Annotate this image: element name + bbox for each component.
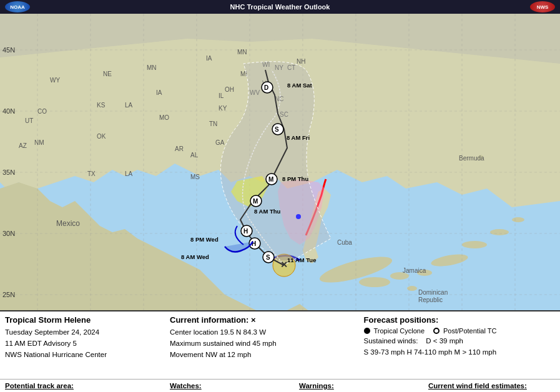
svg-text:35N: 35N: [2, 169, 15, 176]
svg-text:8 AM Sat: 8 AM Sat: [287, 82, 313, 89]
svg-text:Mexico: Mexico: [56, 219, 80, 228]
svg-text:8 AM Wed: 8 AM Wed: [181, 253, 209, 260]
nws-logo: NWS: [530, 1, 555, 12]
potential-label: Post/Potential TC: [443, 327, 496, 335]
warnings-title: Warnings:: [299, 382, 426, 390]
svg-text:Jamaica: Jamaica: [403, 267, 426, 274]
svg-text:30N: 30N: [2, 230, 15, 237]
forecast-col: Forecast positions: Tropical Cyclone Pos…: [364, 315, 556, 376]
svg-text:MO: MO: [159, 114, 169, 121]
svg-text:Dominican: Dominican: [418, 289, 448, 296]
wind-field-col: Current wind field estimates:: [428, 382, 555, 390]
svg-text:CO: CO: [37, 108, 47, 115]
wind-scale-row: S 39-73 mph H 74-110 mph M > 110 mph: [364, 347, 556, 357]
svg-text:8 PM Thu: 8 PM Thu: [282, 175, 308, 182]
svg-text:OK: OK: [97, 133, 106, 140]
potential-track-title: Potential track area:: [5, 382, 167, 390]
svg-text:TN: TN: [209, 120, 217, 127]
svg-text:UT: UT: [25, 117, 33, 124]
current-info-title: Current information: ×: [170, 315, 361, 326]
map-svg: 45N 40N 35N 30N 25N 110W 105W 100W 95W 9…: [0, 14, 560, 310]
bottom-row: Potential track area: Watches: Warnings:…: [0, 379, 560, 392]
current-info-col: Current information: × Center location 1…: [170, 315, 361, 376]
svg-point-6: [359, 277, 390, 287]
svg-text:MN: MN: [237, 49, 247, 56]
svg-text:AZ: AZ: [19, 142, 27, 149]
storm-center: NWS National Hurricane Center: [5, 350, 167, 360]
watches-title: Watches:: [170, 382, 297, 390]
svg-text:IA: IA: [206, 55, 212, 62]
svg-text:IL: IL: [219, 92, 224, 99]
noaa-header: NOAA NHC Tropical Weather Outlook NWS: [0, 0, 560, 14]
svg-text:Cuba: Cuba: [337, 239, 352, 246]
svg-point-111: [296, 214, 301, 219]
svg-text:M: M: [268, 176, 273, 183]
storm-info-col: Tropical Storm Helene Tuesday September …: [5, 315, 167, 376]
svg-text:KS: KS: [97, 102, 106, 109]
main-container: NOAA NHC Tropical Weather Outlook NWS: [0, 0, 560, 392]
svg-text:AL: AL: [190, 152, 199, 159]
wind-field-title: Current wind field estimates:: [428, 382, 555, 390]
svg-text:8 AM Fri: 8 AM Fri: [287, 134, 310, 141]
forecast-title: Forecast positions:: [364, 315, 556, 326]
cyclone-dot-icon: [364, 328, 370, 334]
svg-text:D: D: [264, 84, 268, 91]
svg-point-13: [512, 217, 524, 222]
svg-text:MS: MS: [190, 174, 200, 180]
legend-cyclone: Tropical Cyclone Post/Potential TC: [364, 327, 556, 335]
svg-text:Bermuda: Bermuda: [459, 155, 484, 162]
sustained-winds-label: Sustained winds:: [364, 337, 418, 345]
warnings-col: Warnings:: [299, 382, 426, 390]
svg-text:IA: IA: [156, 89, 162, 96]
storm-name: Tropical Storm Helene: [5, 315, 167, 326]
svg-text:AR: AR: [175, 145, 184, 152]
svg-text:KY: KY: [219, 105, 227, 112]
svg-text:8 PM Wed: 8 PM Wed: [190, 236, 219, 243]
watches-col: Watches:: [170, 382, 297, 390]
potential-track-col: Potential track area:: [5, 382, 167, 390]
svg-text:NH: NH: [297, 58, 305, 65]
svg-point-10: [407, 286, 417, 291]
svg-text:Republic: Republic: [418, 296, 443, 303]
svg-point-11: [462, 241, 487, 248]
svg-text:45N: 45N: [2, 46, 15, 54]
cyclone-label: Tropical Cyclone: [374, 327, 425, 335]
info-panel: Tropical Storm Helene Tuesday September …: [0, 310, 560, 379]
svg-text:NM: NM: [34, 139, 44, 146]
max-wind: Maximum sustained wind 45 mph: [170, 338, 361, 348]
svg-point-12: [490, 229, 509, 235]
noaa-logo: NOAA: [5, 1, 30, 12]
svg-text:WY: WY: [50, 77, 60, 84]
storm-date: Tuesday September 24, 2024: [5, 327, 167, 337]
svg-text:8 AM Thu: 8 AM Thu: [254, 208, 281, 215]
svg-text:MN: MN: [147, 64, 157, 71]
svg-text:H: H: [243, 228, 248, 235]
header-title: NHC Tropical Weather Outlook: [230, 3, 330, 11]
map-area: NOAA NHC Tropical Weather Outlook NWS: [0, 0, 560, 310]
svg-text:GA: GA: [215, 139, 225, 146]
svg-text:NE: NE: [103, 71, 112, 77]
sustained-label: Sustained winds: D < 39 mph: [364, 336, 556, 346]
svg-text:TX: TX: [87, 170, 96, 177]
svg-text:25N: 25N: [2, 291, 15, 298]
svg-text:OH: OH: [225, 86, 234, 93]
storm-advisory: 11 AM EDT Advisory 5: [5, 338, 167, 348]
svg-text:40N: 40N: [2, 107, 15, 115]
svg-text:S: S: [266, 254, 270, 261]
svg-text:LA: LA: [125, 170, 133, 177]
potential-dot-icon: [433, 328, 440, 334]
wind-scale: D < 39 mph: [426, 337, 463, 345]
svg-text:11 AM Tue: 11 AM Tue: [287, 257, 316, 263]
svg-text:M: M: [253, 198, 258, 205]
svg-text:LA: LA: [125, 102, 133, 109]
center-location: Center location 19.5 N 84.3 W: [170, 327, 361, 337]
movement: Movement NW at 12 mph: [170, 350, 361, 360]
svg-text:S: S: [275, 126, 279, 133]
